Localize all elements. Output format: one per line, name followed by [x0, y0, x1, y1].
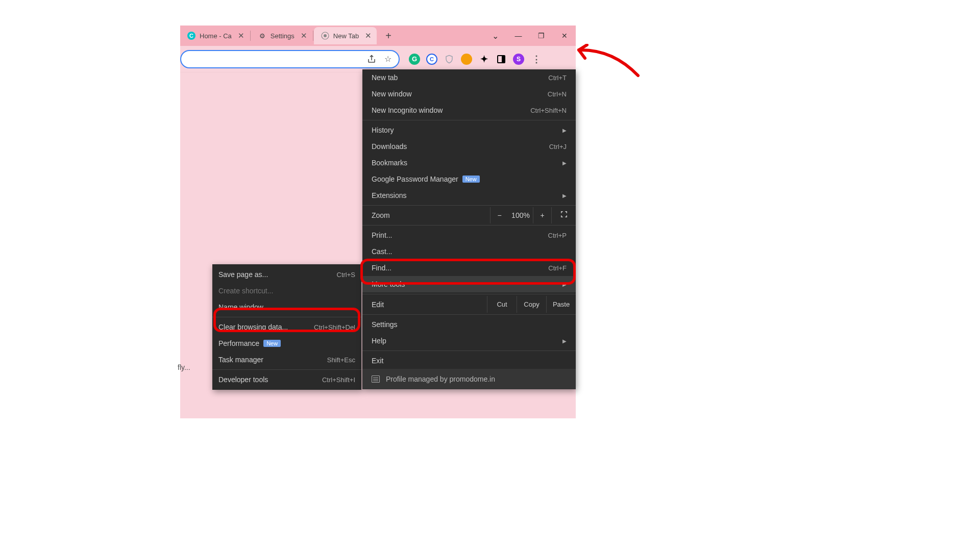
chrome-favicon — [321, 32, 329, 40]
tabs-dropdown-button[interactable]: ⌄ — [484, 28, 507, 43]
chevron-right-icon: ▶ — [562, 338, 567, 344]
zoom-in-button[interactable]: + — [533, 207, 551, 223]
grammarly-icon[interactable]: G — [409, 54, 420, 65]
menu-zoom: Zoom − 100% + — [362, 207, 576, 223]
chevron-right-icon: ▶ — [562, 128, 567, 133]
tab-title: Home - Ca — [200, 32, 232, 40]
stray-text: fly... — [178, 363, 190, 371]
menu-downloads[interactable]: Downloads Ctrl+J — [362, 138, 576, 155]
svg-point-1 — [324, 34, 327, 37]
window-controls: ⌄ — ❐ ✕ — [484, 26, 576, 46]
menu-more-tools[interactable]: More tools ▶ — [362, 276, 576, 292]
submenu-save-page[interactable]: Save page as... Ctrl+S — [212, 266, 361, 283]
share-icon[interactable] — [367, 55, 376, 64]
menu-print[interactable]: Print... Ctrl+P — [362, 227, 576, 243]
profile-managed-footer: Profile managed by promodome.in — [362, 369, 576, 389]
menu-bookmarks[interactable]: Bookmarks ▶ — [362, 155, 576, 171]
annotation-arrow — [572, 44, 643, 90]
fullscreen-button[interactable] — [551, 207, 576, 223]
minimize-button[interactable]: — — [507, 28, 530, 43]
menu-new-tab[interactable]: New tab Ctrl+T — [362, 69, 576, 86]
close-window-button[interactable]: ✕ — [553, 28, 576, 43]
chevron-right-icon: ▶ — [562, 193, 567, 198]
extensions-icon[interactable]: ✦ — [478, 54, 489, 65]
toolbar: ☆ G C ✦ S ⋮ — [180, 46, 576, 72]
gear-icon: ⚙ — [258, 32, 266, 40]
chrome-main-menu: New tab Ctrl+T New window Ctrl+N New Inc… — [362, 69, 576, 389]
menu-password-manager[interactable]: Google Password Manager New — [362, 171, 576, 187]
shield-icon[interactable] — [444, 54, 455, 65]
new-badge: New — [263, 340, 281, 347]
close-icon[interactable]: ✕ — [365, 31, 372, 40]
tab-title: Settings — [271, 32, 295, 40]
building-icon — [372, 375, 380, 383]
star-icon[interactable]: ☆ — [383, 55, 393, 64]
address-bar[interactable]: ☆ — [180, 50, 400, 68]
menu-history[interactable]: History ▶ — [362, 122, 576, 138]
tab-settings[interactable]: ⚙ Settings ✕ — [251, 27, 312, 44]
maximize-button[interactable]: ❐ — [530, 28, 553, 43]
paste-button[interactable]: Paste — [546, 296, 576, 313]
submenu-create-shortcut: Create shortcut... — [212, 283, 361, 299]
canva-favicon: C — [187, 32, 195, 40]
menu-settings[interactable]: Settings — [362, 316, 576, 333]
copy-button[interactable]: Copy — [517, 296, 546, 313]
extension-c-icon[interactable]: C — [426, 54, 437, 65]
close-icon[interactable]: ✕ — [301, 31, 307, 40]
menu-extensions[interactable]: Extensions ▶ — [362, 187, 576, 204]
zoom-percentage: 100% — [508, 207, 533, 223]
menu-exit[interactable]: Exit — [362, 353, 576, 369]
new-tab-button[interactable]: + — [381, 28, 396, 43]
close-icon[interactable]: ✕ — [238, 31, 244, 40]
profile-avatar[interactable]: S — [513, 54, 524, 65]
tab-newtab[interactable]: New Tab ✕ — [314, 27, 377, 44]
cut-button[interactable]: Cut — [487, 296, 517, 313]
menu-find[interactable]: Find... Ctrl+F — [362, 260, 576, 276]
submenu-performance[interactable]: Performance New — [212, 335, 361, 352]
tab-strip: C Home - Ca ✕ ⚙ Settings ✕ New Tab ✕ + ⌄… — [180, 26, 576, 46]
submenu-name-window[interactable]: Name window... — [212, 299, 361, 315]
menu-new-incognito[interactable]: New Incognito window Ctrl+Shift+N — [362, 102, 576, 118]
side-panel-icon[interactable] — [496, 54, 507, 65]
orange-extension-icon[interactable] — [461, 54, 472, 65]
chevron-right-icon: ▶ — [562, 282, 567, 287]
zoom-out-button[interactable]: − — [490, 207, 508, 223]
menu-help[interactable]: Help ▶ — [362, 333, 576, 349]
menu-edit-row: Edit Cut Copy Paste — [362, 296, 576, 313]
submenu-task-manager[interactable]: Task manager Shift+Esc — [212, 352, 361, 368]
toolbar-icons: G C ✦ S ⋮ — [409, 54, 542, 65]
submenu-developer-tools[interactable]: Developer tools Ctrl+Shift+I — [212, 371, 361, 388]
chevron-right-icon: ▶ — [562, 160, 567, 166]
tab-title: New Tab — [333, 32, 359, 40]
kebab-menu-icon[interactable]: ⋮ — [530, 54, 542, 65]
menu-new-window[interactable]: New window Ctrl+N — [362, 86, 576, 102]
submenu-clear-browsing-data[interactable]: Clear browsing data... Ctrl+Shift+Del — [212, 319, 361, 335]
new-badge: New — [462, 176, 480, 183]
more-tools-submenu: Save page as... Ctrl+S Create shortcut..… — [212, 264, 361, 390]
menu-cast[interactable]: Cast... — [362, 243, 576, 260]
tab-home[interactable]: C Home - Ca ✕ — [180, 27, 250, 44]
